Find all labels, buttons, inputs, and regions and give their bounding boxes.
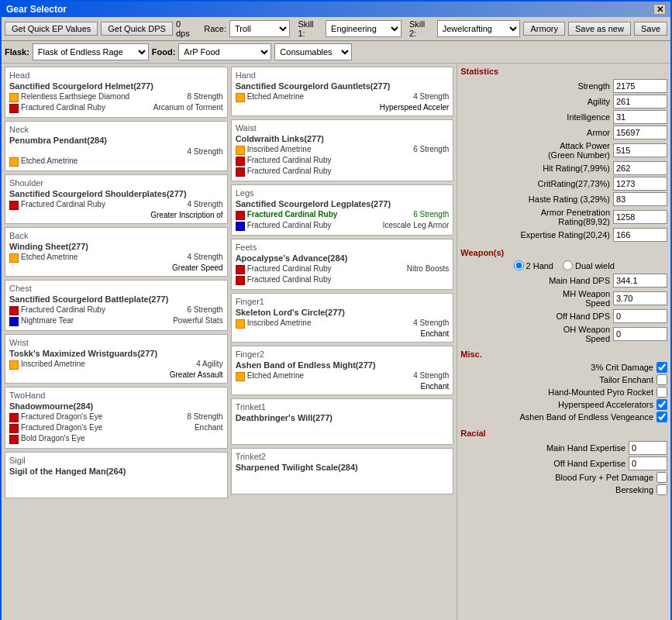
save-new-button[interactable]: Save as new [568, 22, 631, 36]
stat-intelligence-input[interactable] [613, 110, 667, 124]
head-item-name: Sanctified Scourgelord Helmet(277) [9, 81, 223, 91]
2hand-radio[interactable] [514, 260, 524, 270]
head-gem-2: Fractured Cardinal Ruby Arcanum of Torme… [9, 103, 223, 113]
stat-agility-input[interactable] [613, 95, 667, 108]
race-select[interactable]: Troll [229, 20, 290, 37]
dualwield-radio[interactable] [563, 260, 573, 270]
skill2-select[interactable]: Jewelcrafting [437, 20, 521, 37]
neck-title: Neck [9, 125, 223, 134]
trinket2-slot[interactable]: Trinket2 Sharpened Twilight Scale(284) [231, 448, 454, 494]
hand-slot[interactable]: Hand Sanctified Scourgelord Gauntlets(27… [231, 67, 454, 116]
chest-gem1-stat: 6 Strength [187, 305, 222, 314]
save-button[interactable]: Save [634, 22, 667, 36]
left-gear-col: Head Sanctified Scourgelord Helmet(277) … [5, 67, 228, 498]
waist-slot[interactable]: Waist Coldwraith Links(277) Inscribed Am… [231, 119, 454, 181]
neck-gem1-icon [9, 157, 19, 167]
oh-speed-input[interactable] [613, 327, 667, 341]
neck-gem1-text: Etched Ametrine [21, 157, 223, 165]
stat-strength-input[interactable] [613, 79, 667, 93]
misc-tailor-check[interactable] [656, 374, 667, 385]
racial-berseking-check[interactable] [656, 484, 667, 495]
mh-dps-row: Main Hand DPS [460, 274, 667, 288]
trinket1-slot[interactable]: Trinket1 Deathbringer's Will(277) [231, 398, 454, 445]
wrist-item-name: Toskk's Maximized Wristguards(277) [9, 349, 223, 358]
finger1-slot[interactable]: Finger1 Skeleton Lord's Circle(277) Insc… [231, 293, 454, 343]
sigil-slot[interactable]: Sigil Sigil of the Hanged Man(264) [5, 452, 228, 498]
stat-armor-input[interactable] [613, 126, 667, 140]
misc-section: Misc. 3% Crit Damage Tailor Enchant Hand… [460, 350, 667, 422]
chest-slot[interactable]: Chest Sanctified Scourgelord Battleplate… [5, 280, 228, 331]
finger1-enchant-text: Enchant [236, 329, 450, 338]
wrist-slot[interactable]: Wrist Toskk's Maximized Wristguards(277)… [5, 334, 228, 384]
neck-slot[interactable]: Neck Penumbra Pendant(284) 4 Strength Et… [5, 121, 228, 171]
head-gem-1: Relentless Earthsiege Diamond 8 Strength [9, 92, 223, 102]
get-ep-button[interactable]: Get Quick EP Values [5, 22, 98, 36]
racial-oh-exp-input[interactable] [629, 456, 667, 470]
stat-crit-input[interactable] [613, 177, 667, 191]
legs-gem2-icon [236, 222, 245, 231]
twohand-slot[interactable]: TwoHand Shadowmourne(284) Fractured Drag… [5, 387, 228, 449]
misc-pyro-check[interactable] [656, 387, 667, 398]
legs-gem1-stat: 6 Strength [413, 210, 449, 219]
racial-berseking: Berseking [460, 484, 667, 495]
finger1-gem-1: Inscribed Ametrine 4 Strength [236, 319, 450, 329]
shoulder-slot[interactable]: Shoulder Sanctified Scourgelord Shoulder… [5, 174, 228, 224]
misc-ashen-label: Ashen Band of Endless Vengeance [460, 412, 653, 422]
misc-crit-check[interactable] [656, 362, 667, 373]
skill1-select[interactable]: Engineering [326, 20, 401, 37]
stat-hit-input[interactable] [613, 161, 667, 175]
twohand-gem3-text: Bold Dragon's Eye [21, 434, 223, 443]
flask-select[interactable]: Flask of Endless Rage [33, 43, 149, 60]
racial-section: Racial Main Hand Expertise Off Hand Expe… [460, 429, 667, 495]
close-button[interactable]: ✕ [653, 4, 666, 15]
food-select[interactable]: ArP Food [178, 43, 271, 60]
back-slot[interactable]: Back Winding Sheet(277) Etched Ametrine … [5, 227, 228, 277]
oh-dps-input[interactable] [613, 309, 667, 323]
weapons-header: Weapon(s) [460, 248, 667, 257]
twohand-gem1-text: Fractured Dragon's Eye [21, 412, 184, 421]
chest-gem2-text: Nightmare Tear [21, 316, 171, 325]
get-dps-button[interactable]: Get Quick DPS [101, 22, 173, 36]
mh-dps-input[interactable] [613, 274, 667, 288]
back-title: Back [9, 231, 223, 240]
stat-expertise-label: Expertise Rating(20,24) [460, 230, 610, 239]
head-title: Head [9, 71, 223, 80]
waist-gem2-icon [236, 157, 245, 166]
stat-arp-input[interactable] [613, 210, 667, 224]
flask-label: Flask: [5, 47, 29, 57]
waist-gem1-text: Inscribed Ametrine [247, 145, 411, 153]
2hand-radio-label[interactable]: 2 Hand [514, 260, 553, 270]
dualwield-radio-label[interactable]: Dual wield [563, 260, 615, 270]
racial-blood-fury-check[interactable] [656, 472, 667, 483]
legs-title: Legs [236, 188, 450, 198]
back-enchant-text: Greater Speed [9, 264, 223, 272]
misc-ashen-check[interactable] [656, 412, 667, 422]
stat-ap-input[interactable] [613, 143, 667, 157]
feet-gem-1: Fractured Cardinal Ruby Nitro Boosts [236, 264, 450, 274]
racial-oh-exp: Off Hand Expertise [460, 456, 667, 470]
legs-gem-2: Fractured Cardinal Ruby Icescale Leg Arm… [236, 221, 450, 231]
stat-expertise-input[interactable] [613, 228, 667, 242]
twohand-item-name: Shadowmourne(284) [9, 401, 223, 411]
head-gem1-icon [9, 93, 19, 102]
finger2-slot[interactable]: Finger2 Ashen Band of Endless Might(277)… [231, 346, 454, 395]
finger2-gem1-text: Etched Ametrine [247, 371, 411, 380]
racial-mh-exp-input[interactable] [629, 441, 667, 455]
stat-haste-input[interactable] [613, 192, 667, 206]
mh-speed-input[interactable] [613, 291, 667, 305]
dps-value: 0 dps [176, 19, 196, 38]
misc-hyperspeed-check[interactable] [656, 399, 667, 410]
feet-gem2-icon [236, 276, 245, 285]
feet-slot[interactable]: Feets Apocalypse's Advance(284) Fracture… [231, 239, 454, 290]
mh-speed-row: MH Weapon Speed [460, 289, 667, 308]
sigil-item-name: Sigil of the Hanged Man(264) [9, 467, 223, 476]
legs-slot[interactable]: Legs Sanctified Scourgelord Legplates(27… [231, 184, 454, 236]
head-slot[interactable]: Head Sanctified Scourgelord Helmet(277) … [5, 67, 228, 118]
twohand-gem-3: Bold Dragon's Eye [9, 434, 223, 444]
consumables-select[interactable]: Consumables [274, 43, 352, 60]
legs-gem1-text: Fractured Cardinal Ruby [247, 210, 411, 219]
armory-button[interactable]: Armory [523, 22, 564, 36]
twohand-gem3-icon [9, 435, 19, 444]
waist-title: Waist [236, 123, 450, 133]
flask-bar: Flask: Flask of Endless Rage Food: ArP F… [2, 41, 670, 64]
